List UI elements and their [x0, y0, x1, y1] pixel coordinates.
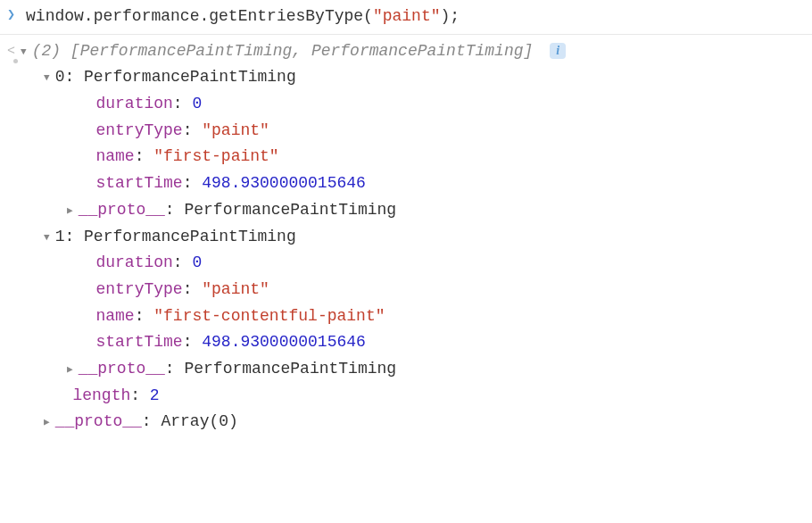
- prop-key: startTime: [95, 333, 182, 351]
- expand-arrow-icon[interactable]: ▼: [44, 229, 50, 245]
- prop-value: "first-paint": [153, 147, 278, 165]
- prop-key: entryType: [95, 121, 182, 139]
- prop-key: name: [95, 147, 134, 165]
- prop-value: "first-contentful-paint": [153, 307, 385, 325]
- length-row[interactable]: length: 2: [21, 383, 805, 410]
- array-summary: [PerformancePaintTiming, PerformancePain…: [70, 42, 533, 60]
- property-row[interactable]: duration: 0: [21, 250, 805, 277]
- array-summary-line[interactable]: ▼(2) [PerformancePaintTiming, Performanc…: [21, 38, 805, 65]
- input-arg: "paint": [373, 7, 441, 25]
- array-index: 1: [55, 228, 65, 245]
- property-row[interactable]: duration: 0: [21, 91, 805, 118]
- console-input-row: ❯ window.performance.getEntriesByType("p…: [0, 0, 812, 35]
- array-proto-row[interactable]: ▶__proto__: Array(0): [21, 409, 805, 436]
- expand-arrow-icon[interactable]: ▼: [21, 44, 27, 60]
- class-name: PerformancePaintTiming: [84, 228, 296, 245]
- input-suffix: );: [441, 7, 460, 25]
- prop-value: 0: [192, 95, 202, 112]
- prop-key: startTime: [95, 174, 182, 192]
- proto-value: PerformancePaintTiming: [184, 201, 396, 219]
- array-count: (2): [32, 42, 61, 60]
- property-row[interactable]: name: "first-paint": [21, 144, 805, 170]
- length-key: length: [72, 386, 130, 404]
- prop-value: 498.9300000015646: [202, 174, 366, 192]
- class-name: PerformancePaintTiming: [84, 68, 296, 86]
- expand-arrow-icon[interactable]: ▶: [44, 414, 50, 430]
- proto-value: Array(0): [161, 412, 237, 430]
- array-item-header[interactable]: ▼1: PerformancePaintTiming: [21, 224, 805, 251]
- prop-key: name: [95, 307, 134, 325]
- expand-arrow-icon[interactable]: ▶: [67, 203, 73, 219]
- property-row[interactable]: startTime: 498.9300000015646: [21, 170, 805, 197]
- input-prompt-icon: ❯: [7, 4, 15, 28]
- proto-key: __proto__: [79, 360, 165, 378]
- proto-key: __proto__: [79, 201, 165, 219]
- expand-arrow-icon[interactable]: ▼: [44, 70, 50, 86]
- prop-value: "paint": [202, 121, 269, 139]
- proto-key: __proto__: [55, 412, 142, 430]
- input-prefix: window.performance.getEntriesByType(: [26, 7, 373, 25]
- property-row[interactable]: startTime: 498.9300000015646: [21, 329, 805, 356]
- prop-key: duration: [95, 95, 172, 112]
- property-row[interactable]: name: "first-contentful-paint": [21, 303, 805, 330]
- property-row[interactable]: entryType: "paint": [21, 118, 805, 145]
- proto-row[interactable]: ▶__proto__: PerformancePaintTiming: [21, 356, 805, 383]
- prop-key: entryType: [95, 280, 182, 298]
- console-input[interactable]: window.performance.getEntriesByType("pai…: [26, 4, 460, 30]
- info-badge-icon[interactable]: i: [550, 43, 566, 59]
- length-value: 2: [150, 386, 160, 404]
- prop-key: duration: [95, 253, 172, 271]
- prop-value: 0: [192, 253, 202, 271]
- array-item-header[interactable]: ▼0: PerformancePaintTiming: [21, 64, 805, 91]
- property-row[interactable]: entryType: "paint": [21, 277, 805, 303]
- prop-value: "paint": [202, 280, 269, 298]
- array-index: 0: [55, 68, 65, 86]
- expand-arrow-icon[interactable]: ▶: [67, 361, 73, 378]
- proto-row[interactable]: ▶__proto__: PerformancePaintTiming: [21, 197, 805, 224]
- console-output-row: < ▼(2) [PerformancePaintTiming, Performa…: [0, 35, 812, 439]
- output-result-icon: <: [7, 38, 15, 63]
- output-content: ▼(2) [PerformancePaintTiming, Performanc…: [21, 38, 805, 436]
- prop-value: 498.9300000015646: [202, 333, 366, 351]
- proto-value: PerformancePaintTiming: [184, 360, 396, 378]
